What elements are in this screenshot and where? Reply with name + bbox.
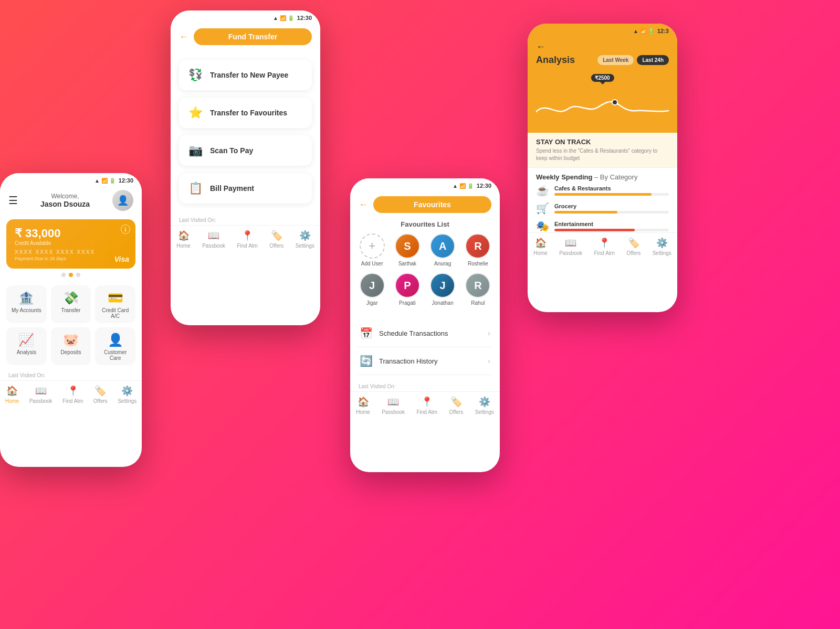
nav-home-1[interactable]: 🏠 Home [5,385,19,404]
nav-atm-2[interactable]: 📍 Find Atm [237,230,257,249]
nav-atm-3[interactable]: 📍 Find Atm [416,396,437,415]
transfer-new-payee[interactable]: 💱 Transfer to New Payee [179,60,312,90]
card-section: ℹ ₹ 33,000 Credit Available XXXX XXXX XX… [0,215,142,281]
nav-offers-3[interactable]: 🏷️ Offers [449,396,463,415]
nav-settings-3[interactable]: ⚙️ Settings [475,396,494,415]
icon-analysis[interactable]: 📈 Analysis [6,327,47,365]
new-payee-label: Transfer to New Payee [210,71,288,79]
passbook-nav-label-2: Passbook [202,243,225,249]
bill-payment[interactable]: 📋 Bill Payment [179,173,312,204]
passbook-nav-icon-2: 📖 [208,230,219,241]
nav-offers-2[interactable]: 🏷️ Offers [269,230,284,249]
nav-passbook-3[interactable]: 📖 Passbook [382,396,405,415]
icon-deposits[interactable]: 🐷 Deposits [51,327,91,365]
nav-atm-1[interactable]: 📍 Find Atm [62,385,83,404]
sarthak-avatar: S [395,233,420,259]
cat-entertainment: 🎭 Entertainment [536,220,669,232]
analysis-header: ← Analysis Last Week Last 24h [528,36,677,70]
bottom-nav-3: 🏠 Home 📖 Passbook 📍 Find Atm 🏷️ Offers ⚙… [350,391,500,421]
fav-grid: + Add User S Sarthak A Anurag R Roshelie… [350,233,500,314]
cat-grocery: 🛒 Grocery [536,202,669,215]
back-button-3[interactable]: ← [359,199,368,210]
card-info-icon[interactable]: ℹ [121,225,130,234]
nav-settings-1[interactable]: ⚙️ Settings [118,385,136,404]
weekly-title: Weekly Spending – By Category [528,168,677,184]
fav-jonathan[interactable]: J Jonathan [428,273,457,306]
icon-customer-care[interactable]: 👤 Customer Care [95,327,135,365]
fav-jigar[interactable]: J Jigar [358,273,386,306]
settings-nav-icon-3: ⚙️ [479,396,490,408]
settings-nav-label-2: Settings [296,243,314,249]
fav-section-title: Favourites List [350,217,500,233]
nav-atm-4[interactable]: 📍 Find Atm [594,237,614,256]
nav-passbook-2[interactable]: 📖 Passbook [202,230,225,249]
icon-credit-card[interactable]: 💳 Credit Card A/C [95,285,135,323]
icon-transfer[interactable]: 💸 Transfer [51,285,91,323]
back-button-4[interactable]: ← [536,41,545,52]
offers-nav-icon-3: 🏷️ [450,396,462,408]
card-label: Credit Available [15,240,127,246]
icon-my-accounts[interactable]: 🏦 My Accounts [6,285,47,323]
transfer-icon: 💸 [63,291,79,305]
fav-sarthak[interactable]: S Sarthak [393,233,422,266]
nav-home-3[interactable]: 🏠 Home [356,396,370,415]
nav-offers-1[interactable]: 🏷️ Offers [93,385,108,404]
sot-title: STAY ON TRACK [536,138,669,146]
icon-grid: 🏦 My Accounts 💸 Transfer 💳 Credit Card A… [0,281,142,369]
offers-nav-label-2: Offers [269,243,284,249]
jonathan-name: Jonathan [432,300,454,306]
phone-fund-transfer: ▲📶🔋 12:30 ← Fund Transfer 💱 Transfer to … [171,10,320,325]
time-1: 12:30 [119,177,133,184]
history-icon: 🔄 [360,355,373,367]
back-button-2[interactable]: ← [179,31,188,42]
card-payment: Payment Due in 26 days [15,256,127,261]
scan-to-pay[interactable]: 📷 Scan To Pay [179,135,312,166]
entertainment-bar [554,229,635,231]
settings-nav-icon-2: ⚙️ [299,230,311,241]
passbook-nav-icon: 📖 [35,385,47,397]
time-3: 12:30 [477,183,491,189]
nav-settings-4[interactable]: ⚙️ Settings [653,237,671,256]
card-dots [6,273,135,277]
settings-nav-icon: ⚙️ [121,385,133,397]
add-user-btn[interactable]: + [360,233,385,259]
fav-roshelie[interactable]: R Roshelie [464,233,492,266]
fav-anurag[interactable]: A Anurag [428,233,457,266]
fav-rahul[interactable]: R Rahul [464,273,492,306]
analysis-icon: 📈 [18,333,34,347]
roshelie-avatar: R [465,233,490,259]
bank-card: ℹ ₹ 33,000 Credit Available XXXX XXXX XX… [6,219,135,269]
entertainment-name: Entertainment [554,221,669,227]
nav-passbook-4[interactable]: 📖 Passbook [559,237,582,256]
hamburger-menu[interactable]: ☰ [8,194,18,207]
fund-transfer-header: ← Fund Transfer [171,23,320,49]
nav-settings-2[interactable]: ⚙️ Settings [296,230,314,249]
atm-nav-icon: 📍 [67,385,79,397]
transaction-history[interactable]: 🔄 Transaction History › [358,347,492,375]
avatar[interactable]: 👤 [112,190,133,211]
atm-nav-icon-3: 📍 [421,396,433,408]
grocery-bar [554,211,617,214]
history-label: Transaction History [379,357,438,365]
transfer-favourites[interactable]: ⭐ Transfer to Favourites [179,98,312,128]
atm-nav-icon-2: 📍 [242,230,253,241]
passbook-nav-icon-4: 📖 [565,237,576,249]
nav-home-2[interactable]: 🏠 Home [176,230,191,249]
favourites-icon: ⭐ [188,106,203,120]
nav-passbook-1[interactable]: 📖 Passbook [29,385,52,404]
grocery-icon: 🛒 [536,202,549,215]
fav-add-user[interactable]: + Add User [358,233,386,266]
settings-nav-label: Settings [118,398,136,404]
schedule-transactions[interactable]: 📅 Schedule Transactions › [358,319,492,347]
tab-last-week[interactable]: Last Week [597,55,634,65]
nav-offers-4[interactable]: 🏷️ Offers [626,237,640,256]
entertainment-info: Entertainment [554,221,669,231]
sot-desc: Spend less in the "Cafes & Restaurants" … [536,147,669,162]
nav-home-4[interactable]: 🏠 Home [533,237,548,256]
cat-cafes: ☕ Cafes & Restaurants [536,184,669,197]
tab-last-24h[interactable]: Last 24h [637,55,669,65]
scan-label: Scan To Pay [210,146,253,155]
fav-pragati[interactable]: P Pragati [393,273,422,306]
home-nav-icon-2: 🏠 [178,230,190,241]
credit-card-icon: 💳 [108,291,123,305]
